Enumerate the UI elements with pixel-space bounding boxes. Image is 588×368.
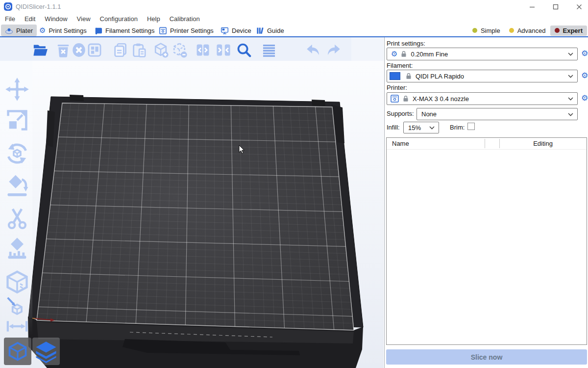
app-logo-icon — [4, 2, 12, 11]
tab-plater[interactable]: Plater — [1, 25, 37, 36]
chevron-down-icon — [429, 126, 435, 130]
menu-view[interactable]: View — [76, 15, 92, 23]
chevron-down-icon — [568, 113, 573, 116]
mode-expert[interactable]: Expert — [550, 26, 587, 36]
tab-label: Printer Settings — [170, 27, 214, 34]
object-list[interactable]: Name Editing — [386, 137, 587, 345]
delete-icon[interactable] — [55, 42, 72, 59]
column-editing: Editing — [499, 140, 587, 147]
gear-icon: ⚙ — [391, 51, 397, 58]
printer-value: X-MAX 3 0.4 nozzle — [413, 95, 469, 103]
delete-all-icon[interactable] — [71, 42, 87, 59]
infill-value: 15% — [408, 124, 421, 131]
search-icon[interactable] — [236, 42, 252, 59]
viewport-3d[interactable] — [0, 37, 384, 368]
redo-icon[interactable] — [325, 42, 342, 59]
print-settings-combo[interactable]: ⚙ 0.20mm Fine — [387, 48, 578, 60]
preview-layers-icon[interactable] — [32, 338, 60, 365]
menu-edit[interactable]: Edit — [24, 15, 36, 23]
chevron-down-icon — [568, 97, 573, 101]
filament-icon — [94, 26, 102, 35]
column-divider — [485, 139, 485, 148]
measure-icon[interactable] — [4, 269, 30, 295]
paint-supports-icon[interactable] — [4, 236, 30, 262]
menu-window[interactable]: Window — [44, 15, 68, 23]
split-to-parts-icon[interactable] — [215, 42, 232, 59]
variable-layer-height-icon[interactable] — [261, 42, 277, 59]
tab-device[interactable]: Device — [217, 25, 255, 36]
slice-now-label: Slice now — [471, 353, 503, 361]
mode-dot — [509, 28, 514, 33]
edit-print-settings-button[interactable]: ⚙ — [581, 50, 588, 58]
axis-origin-marker — [32, 318, 36, 319]
move-icon[interactable] — [4, 77, 30, 102]
tab-label: Guide — [267, 27, 284, 34]
rotate-icon[interactable] — [4, 141, 30, 166]
filament-color-swatch — [390, 72, 400, 80]
close-button[interactable] — [568, 0, 588, 14]
tab-label: Device — [232, 27, 251, 34]
open-project-icon[interactable] — [32, 42, 49, 59]
chevron-down-icon — [568, 53, 573, 56]
tab-guide[interactable]: Guide — [252, 25, 288, 36]
width-icon[interactable] — [4, 318, 30, 335]
menu-help[interactable]: Help — [146, 15, 161, 23]
edit-printer-button[interactable]: ⚙ — [581, 94, 588, 103]
maximize-button[interactable] — [545, 0, 566, 14]
cut-icon[interactable] — [4, 206, 30, 231]
titlebar: QIDISlicer-1.1.1 — [0, 0, 588, 14]
menu-file[interactable]: File — [4, 15, 16, 23]
tab-printer-settings[interactable]: Printer Settings — [155, 25, 218, 36]
chevron-down-icon — [568, 75, 573, 78]
place-on-face-icon[interactable] — [4, 173, 30, 198]
tab-filament-settings[interactable]: Filament Settings — [90, 25, 158, 36]
supports-combo[interactable]: None — [416, 108, 578, 120]
split-to-objects-icon[interactable] — [195, 42, 211, 59]
filament-label: Filament: — [387, 62, 413, 69]
mode-label: Expert — [563, 27, 583, 34]
brim-label: Brim: — [450, 124, 465, 131]
editor-3d-icon[interactable] — [4, 338, 31, 365]
qidislicer-window: QIDISlicer-1.1.1 File Edit Window View C… — [0, 0, 588, 368]
infill-label: Infill: — [387, 124, 400, 131]
minimize-button[interactable] — [521, 0, 543, 14]
menu-configuration[interactable]: Configuration — [99, 15, 139, 23]
guide-books-icon — [256, 26, 264, 35]
gear-icon: ⚙ — [39, 27, 46, 34]
add-instance-icon[interactable] — [152, 42, 169, 59]
object-list-header: Name Editing — [387, 138, 587, 150]
printer-label: Printer: — [387, 84, 407, 91]
tab-label: Plater — [16, 27, 33, 34]
edit-filament-button[interactable]: ⚙ — [581, 72, 588, 80]
infill-combo[interactable]: 15% — [403, 122, 439, 133]
paste-icon[interactable] — [131, 42, 147, 59]
mode-label: Advanced — [517, 27, 546, 34]
remove-instance-icon[interactable] — [171, 42, 188, 59]
brim-checkbox[interactable] — [467, 123, 475, 130]
mode-switcher: Simple Advanced Expert — [468, 25, 587, 36]
undo-icon[interactable] — [305, 42, 321, 59]
slice-now-button[interactable]: Slice now — [386, 349, 587, 365]
scale-icon[interactable] — [4, 107, 30, 133]
printer-box-icon — [391, 95, 399, 103]
window-title: QIDISlicer-1.1.1 — [16, 3, 61, 10]
print-settings-value: 0.20mm Fine — [411, 51, 448, 58]
device-monitor-icon — [220, 26, 229, 35]
mode-dot — [555, 28, 560, 33]
plater-icon — [5, 26, 13, 35]
seam-icon[interactable] — [4, 294, 30, 317]
copy-icon[interactable] — [112, 42, 129, 59]
print-settings-label: Print settings: — [387, 40, 425, 47]
tab-print-settings[interactable]: ⚙ Print Settings — [35, 25, 91, 36]
filament-combo[interactable]: QIDI PLA Rapido — [387, 70, 578, 82]
mode-advanced[interactable]: Advanced — [505, 26, 550, 36]
tab-label: Filament Settings — [105, 27, 154, 34]
menu-calibration[interactable]: Calibration — [169, 15, 201, 23]
tab-label: Print Settings — [49, 27, 86, 34]
tabbar: Plater ⚙ Print Settings Filament Setting… — [0, 24, 588, 37]
mode-simple[interactable]: Simple — [468, 26, 505, 36]
lock-icon — [403, 95, 409, 102]
arrange-icon[interactable] — [86, 42, 103, 59]
printer-combo[interactable]: X-MAX 3 0.4 nozzle — [387, 92, 578, 105]
supports-value: None — [421, 110, 437, 118]
